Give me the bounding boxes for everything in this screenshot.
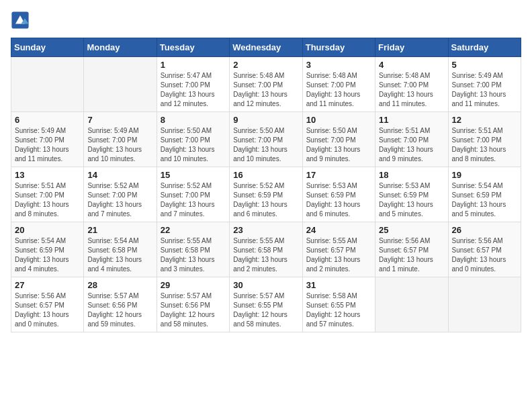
day-info: Sunrise: 5:55 AM Sunset: 6:57 PM Dayligh… (306, 236, 371, 274)
day-info: Sunrise: 5:49 AM Sunset: 7:00 PM Dayligh… (452, 71, 517, 109)
day-info: Sunrise: 5:56 AM Sunset: 6:57 PM Dayligh… (15, 291, 80, 329)
day-info: Sunrise: 5:51 AM Sunset: 7:00 PM Dayligh… (15, 181, 80, 219)
column-header-monday: Monday (84, 38, 157, 57)
day-number: 11 (379, 115, 444, 125)
day-number: 30 (233, 280, 298, 290)
calendar-week-3: 13Sunrise: 5:51 AM Sunset: 7:00 PM Dayli… (11, 167, 521, 222)
calendar-cell: 31Sunrise: 5:58 AM Sunset: 6:55 PM Dayli… (302, 277, 375, 332)
day-info: Sunrise: 5:58 AM Sunset: 6:55 PM Dayligh… (306, 291, 371, 329)
day-info: Sunrise: 5:52 AM Sunset: 7:00 PM Dayligh… (87, 181, 152, 219)
calendar-cell: 16Sunrise: 5:52 AM Sunset: 6:59 PM Dayli… (230, 167, 302, 222)
calendar-table: SundayMondayTuesdayWednesdayThursdayFrid… (11, 38, 521, 332)
day-number: 27 (15, 280, 80, 290)
day-info: Sunrise: 5:50 AM Sunset: 7:00 PM Dayligh… (306, 126, 371, 164)
day-number: 4 (379, 60, 444, 70)
day-number: 14 (87, 170, 152, 180)
calendar-cell: 4Sunrise: 5:48 AM Sunset: 7:00 PM Daylig… (375, 57, 448, 112)
calendar-cell: 19Sunrise: 5:54 AM Sunset: 6:59 PM Dayli… (448, 167, 521, 222)
day-info: Sunrise: 5:53 AM Sunset: 6:59 PM Dayligh… (306, 181, 371, 219)
calendar-cell (11, 57, 84, 112)
day-info: Sunrise: 5:52 AM Sunset: 7:00 PM Dayligh… (161, 181, 226, 219)
column-header-saturday: Saturday (448, 38, 521, 57)
day-info: Sunrise: 5:47 AM Sunset: 7:00 PM Dayligh… (161, 71, 226, 109)
day-number: 21 (87, 225, 152, 235)
calendar-cell: 17Sunrise: 5:53 AM Sunset: 6:59 PM Dayli… (302, 167, 375, 222)
calendar-cell: 1Sunrise: 5:47 AM Sunset: 7:00 PM Daylig… (157, 57, 229, 112)
day-number: 19 (452, 170, 517, 180)
day-number: 9 (233, 115, 298, 125)
calendar-cell: 8Sunrise: 5:50 AM Sunset: 7:00 PM Daylig… (157, 112, 229, 167)
calendar-cell: 12Sunrise: 5:51 AM Sunset: 7:00 PM Dayli… (448, 112, 521, 167)
day-number: 8 (161, 115, 226, 125)
day-number: 6 (15, 115, 80, 125)
calendar-cell: 22Sunrise: 5:55 AM Sunset: 6:58 PM Dayli… (157, 222, 229, 277)
day-info: Sunrise: 5:49 AM Sunset: 7:00 PM Dayligh… (87, 126, 152, 164)
day-info: Sunrise: 5:55 AM Sunset: 6:58 PM Dayligh… (161, 236, 226, 274)
day-info: Sunrise: 5:52 AM Sunset: 6:59 PM Dayligh… (233, 181, 298, 219)
day-info: Sunrise: 5:48 AM Sunset: 7:00 PM Dayligh… (233, 71, 298, 109)
column-header-sunday: Sunday (11, 38, 84, 57)
page-header (11, 11, 521, 30)
day-number: 13 (15, 170, 80, 180)
logo (11, 11, 32, 30)
calendar-cell: 18Sunrise: 5:53 AM Sunset: 6:59 PM Dayli… (375, 167, 448, 222)
day-number: 23 (233, 225, 298, 235)
day-number: 26 (452, 225, 517, 235)
calendar-cell (84, 57, 157, 112)
calendar-cell: 2Sunrise: 5:48 AM Sunset: 7:00 PM Daylig… (230, 57, 302, 112)
logo-icon (11, 11, 30, 30)
day-info: Sunrise: 5:50 AM Sunset: 7:00 PM Dayligh… (161, 126, 226, 164)
calendar-cell: 11Sunrise: 5:51 AM Sunset: 7:00 PM Dayli… (375, 112, 448, 167)
day-info: Sunrise: 5:51 AM Sunset: 7:00 PM Dayligh… (452, 126, 517, 164)
day-number: 18 (379, 170, 444, 180)
day-number: 29 (161, 280, 226, 290)
day-info: Sunrise: 5:57 AM Sunset: 6:56 PM Dayligh… (161, 291, 226, 329)
calendar-cell: 26Sunrise: 5:56 AM Sunset: 6:57 PM Dayli… (448, 222, 521, 277)
calendar-cell: 15Sunrise: 5:52 AM Sunset: 7:00 PM Dayli… (157, 167, 229, 222)
column-header-thursday: Thursday (302, 38, 375, 57)
day-info: Sunrise: 5:57 AM Sunset: 6:55 PM Dayligh… (233, 291, 298, 329)
calendar-week-1: 1Sunrise: 5:47 AM Sunset: 7:00 PM Daylig… (11, 57, 521, 112)
calendar-cell: 3Sunrise: 5:48 AM Sunset: 7:00 PM Daylig… (302, 57, 375, 112)
day-number: 22 (161, 225, 226, 235)
day-info: Sunrise: 5:48 AM Sunset: 7:00 PM Dayligh… (379, 71, 444, 109)
day-info: Sunrise: 5:57 AM Sunset: 6:56 PM Dayligh… (87, 291, 152, 329)
day-number: 17 (306, 170, 371, 180)
column-header-friday: Friday (375, 38, 448, 57)
calendar-cell: 21Sunrise: 5:54 AM Sunset: 6:58 PM Dayli… (84, 222, 157, 277)
day-number: 12 (452, 115, 517, 125)
calendar-cell: 30Sunrise: 5:57 AM Sunset: 6:55 PM Dayli… (230, 277, 302, 332)
day-info: Sunrise: 5:54 AM Sunset: 6:59 PM Dayligh… (452, 181, 517, 219)
calendar-week-2: 6Sunrise: 5:49 AM Sunset: 7:00 PM Daylig… (11, 112, 521, 167)
calendar-cell: 25Sunrise: 5:56 AM Sunset: 6:57 PM Dayli… (375, 222, 448, 277)
calendar-cell (375, 277, 448, 332)
calendar-cell: 9Sunrise: 5:50 AM Sunset: 7:00 PM Daylig… (230, 112, 302, 167)
calendar-cell: 20Sunrise: 5:54 AM Sunset: 6:59 PM Dayli… (11, 222, 84, 277)
day-number: 5 (452, 60, 517, 70)
calendar-header-row: SundayMondayTuesdayWednesdayThursdayFrid… (11, 38, 521, 57)
day-number: 2 (233, 60, 298, 70)
calendar-cell: 6Sunrise: 5:49 AM Sunset: 7:00 PM Daylig… (11, 112, 84, 167)
day-info: Sunrise: 5:56 AM Sunset: 6:57 PM Dayligh… (452, 236, 517, 274)
calendar-cell: 27Sunrise: 5:56 AM Sunset: 6:57 PM Dayli… (11, 277, 84, 332)
day-info: Sunrise: 5:50 AM Sunset: 7:00 PM Dayligh… (233, 126, 298, 164)
calendar-cell: 5Sunrise: 5:49 AM Sunset: 7:00 PM Daylig… (448, 57, 521, 112)
calendar-week-4: 20Sunrise: 5:54 AM Sunset: 6:59 PM Dayli… (11, 222, 521, 277)
calendar-cell: 24Sunrise: 5:55 AM Sunset: 6:57 PM Dayli… (302, 222, 375, 277)
day-number: 31 (306, 280, 371, 290)
calendar-cell: 7Sunrise: 5:49 AM Sunset: 7:00 PM Daylig… (84, 112, 157, 167)
day-number: 3 (306, 60, 371, 70)
day-info: Sunrise: 5:55 AM Sunset: 6:58 PM Dayligh… (233, 236, 298, 274)
day-info: Sunrise: 5:54 AM Sunset: 6:58 PM Dayligh… (87, 236, 152, 274)
day-info: Sunrise: 5:54 AM Sunset: 6:59 PM Dayligh… (15, 236, 80, 274)
day-info: Sunrise: 5:49 AM Sunset: 7:00 PM Dayligh… (15, 126, 80, 164)
day-number: 7 (87, 115, 152, 125)
day-number: 10 (306, 115, 371, 125)
calendar-cell: 28Sunrise: 5:57 AM Sunset: 6:56 PM Dayli… (84, 277, 157, 332)
calendar-cell: 14Sunrise: 5:52 AM Sunset: 7:00 PM Dayli… (84, 167, 157, 222)
calendar-cell: 23Sunrise: 5:55 AM Sunset: 6:58 PM Dayli… (230, 222, 302, 277)
day-info: Sunrise: 5:56 AM Sunset: 6:57 PM Dayligh… (379, 236, 444, 274)
calendar-cell: 10Sunrise: 5:50 AM Sunset: 7:00 PM Dayli… (302, 112, 375, 167)
day-number: 28 (87, 280, 152, 290)
day-number: 16 (233, 170, 298, 180)
